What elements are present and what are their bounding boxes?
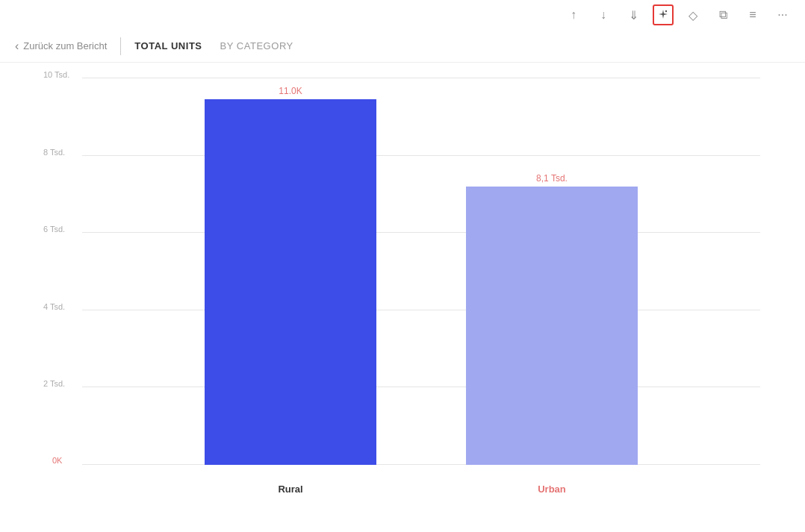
nav-divider [120,37,121,55]
bar-group-rural: 11.0K [205,86,376,465]
y-label-8k: 8 Tsd. [43,148,65,157]
x-label-rural: Rural [205,484,376,495]
back-button[interactable]: ‹ Zurück zum Bericht [15,40,107,53]
chart-container: 10 Tsd. 8 Tsd. 6 Tsd. 4 Tsd. 2 Tsd. 0K 1… [0,63,805,532]
zero-label: 0K [52,456,62,465]
filter-icon[interactable]: ≡ [742,4,763,25]
diamond-icon[interactable]: ◇ [683,4,703,25]
chart-area: 10 Tsd. 8 Tsd. 6 Tsd. 4 Tsd. 2 Tsd. 0K 1… [45,78,760,495]
y-label-4k: 4 Tsd. [43,302,65,311]
x-label-urban: Urban [466,484,638,495]
navbar: ‹ Zurück zum Bericht TOTAL UNITS BY CATE… [0,30,805,63]
y-label-10k: 10 Tsd. [43,70,69,79]
tab-by-category[interactable]: BY CATEGORY [220,40,293,51]
bars-wrapper: 11.0K 8,1 Tsd. [82,78,760,465]
svg-point-0 [665,10,667,12]
x-labels: Rural Urban [82,465,760,495]
toolbar: ↑ ↓ ⇓ ◇ ⧉ ≡ ··· [0,0,805,30]
arrow-up-icon[interactable]: ↑ [563,4,584,25]
bar-urban[interactable] [466,187,638,465]
back-arrow-icon: ‹ [15,40,19,53]
ai-icon[interactable] [653,4,674,25]
copy-icon[interactable]: ⧉ [712,4,733,25]
bar-value-urban: 8,1 Tsd. [536,173,568,184]
arrow-down-double-icon[interactable]: ⇓ [623,4,644,25]
arrow-down-icon[interactable]: ↓ [593,4,614,25]
y-label-2k: 2 Tsd. [43,379,65,388]
y-label-6k: 6 Tsd. [43,225,65,234]
tab-total-units[interactable]: TOTAL UNITS [134,40,202,51]
more-icon[interactable]: ··· [772,4,793,25]
back-label: Zurück zum Bericht [23,40,107,51]
bar-value-rural: 11.0K [279,86,302,96]
bar-group-urban: 8,1 Tsd. [466,173,638,465]
bar-rural[interactable] [205,99,376,465]
